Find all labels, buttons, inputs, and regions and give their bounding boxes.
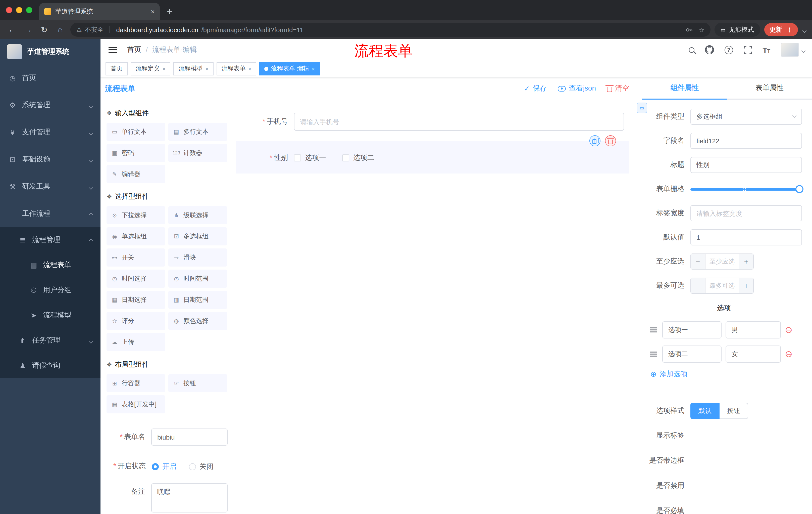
sidebar-item-task-mgmt[interactable]: ⋔ 任务管理 xyxy=(0,328,100,353)
palette-item-date-picker[interactable]: ▦ 日期选择 xyxy=(107,291,165,309)
toolbar-overflow-icon[interactable] xyxy=(803,26,806,34)
palette-item-row-container[interactable]: ⊞ 行容器 xyxy=(107,374,165,392)
fullscreen-icon[interactable] xyxy=(744,46,752,54)
slider-handle[interactable] xyxy=(795,185,804,193)
palette-item-button[interactable]: ☞ 按钮 xyxy=(168,374,227,392)
remove-option-icon[interactable]: ⊖ xyxy=(785,350,792,359)
default-value-input[interactable] xyxy=(690,229,802,245)
checkbox-icon[interactable] xyxy=(294,154,301,161)
tag-process-definition[interactable]: 流程定义 × xyxy=(130,62,171,75)
browser-tab[interactable]: 芋道管理系统 × xyxy=(39,3,160,20)
search-icon[interactable] xyxy=(689,47,694,53)
security-label[interactable]: 不安全 xyxy=(85,25,104,34)
sidebar-item-process-form[interactable]: ▤ 流程表单 xyxy=(0,252,100,278)
canvas-field-gender-selected[interactable]: *性别 选项一 选项二 xyxy=(236,141,629,173)
clear-button[interactable]: 清空 xyxy=(607,84,629,93)
drag-handle-icon[interactable] xyxy=(650,354,657,355)
bookmark-star-icon[interactable]: ☆ xyxy=(699,26,704,33)
avatar[interactable] xyxy=(781,43,799,57)
sidebar-item-infra[interactable]: ⊡ 基础设施 xyxy=(0,146,100,173)
option-label-input[interactable] xyxy=(662,321,722,339)
github-icon[interactable] xyxy=(705,45,714,54)
style-default-button[interactable]: 默认 xyxy=(690,403,720,419)
remove-option-icon[interactable]: ⊖ xyxy=(785,325,792,334)
grid-slider[interactable] xyxy=(690,181,802,197)
palette-item-time-picker[interactable]: ◷ 时间选择 xyxy=(107,270,165,288)
palette-item-time-range[interactable]: ◴ 时间范围 xyxy=(168,270,227,288)
sidebar-item-home[interactable]: ◷ 首页 xyxy=(0,64,100,91)
font-size-icon[interactable]: TT xyxy=(762,46,770,54)
gender-checkbox-option1[interactable]: 选项一 xyxy=(294,154,326,162)
palette-item-single-text[interactable]: ▭ 单行文本 xyxy=(107,123,165,141)
status-radio-on[interactable]: 开启 xyxy=(152,462,176,471)
palette-item-slider[interactable]: ⊸ 滑块 xyxy=(168,248,227,267)
palette-item-rate[interactable]: ☆ 评分 xyxy=(107,312,165,330)
field-name-input[interactable] xyxy=(690,133,802,149)
palette-item-counter[interactable]: 123 计数器 xyxy=(168,144,227,162)
option-value-input[interactable] xyxy=(726,346,781,362)
maximize-window-button[interactable] xyxy=(26,7,32,13)
palette-item-date-range[interactable]: ▥ 日期范围 xyxy=(168,291,227,309)
browser-menu-icon[interactable]: ⋮ xyxy=(786,26,792,33)
minimize-window-button[interactable] xyxy=(16,7,22,13)
tag-process-form[interactable]: 流程表单 × xyxy=(216,62,257,75)
sidebar-item-system[interactable]: ⚙ 系统管理 xyxy=(0,91,100,119)
option-label-input[interactable] xyxy=(662,346,722,362)
min-select-value[interactable]: 至少应选 xyxy=(705,254,738,269)
tag-home[interactable]: 首页 xyxy=(106,62,127,75)
drag-handle-icon[interactable] xyxy=(650,329,657,330)
back-icon[interactable]: ← xyxy=(6,25,18,34)
palette-item-password[interactable]: ▣ 密码 xyxy=(107,144,165,162)
tag-close-icon[interactable]: × xyxy=(248,65,252,72)
palette-item-select[interactable]: ⊙ 下拉选择 xyxy=(107,206,165,224)
option-value-input[interactable] xyxy=(726,321,781,339)
add-option-button[interactable]: ⊕ 添加选项 xyxy=(650,370,802,379)
gender-checkbox-option2[interactable]: 选项二 xyxy=(342,154,374,162)
max-select-value[interactable]: 最多可选 xyxy=(705,278,738,293)
sidebar-item-process-mgmt[interactable]: ≣ 流程管理 xyxy=(0,227,100,252)
sidebar-item-user-groups[interactable]: ⚇ 用户分组 xyxy=(0,278,100,303)
sidebar-item-payment[interactable]: ¥ 支付管理 xyxy=(0,119,100,146)
form-name-input[interactable] xyxy=(151,429,228,445)
canvas-field-phone[interactable]: *手机号 xyxy=(231,113,642,131)
tab-close-icon[interactable]: × xyxy=(151,7,155,16)
palette-item-checkbox-group[interactable]: ☑ 多选框组 xyxy=(168,227,227,245)
component-type-select[interactable] xyxy=(690,109,802,125)
status-radio-off[interactable]: 关闭 xyxy=(189,462,213,471)
sidebar-collapse-icon[interactable] xyxy=(109,49,117,50)
forward-icon[interactable]: → xyxy=(22,25,34,34)
component-type-value[interactable] xyxy=(690,109,802,125)
home-icon[interactable]: ⌂ xyxy=(54,25,66,34)
tag-close-icon[interactable]: × xyxy=(205,65,208,72)
label-width-input[interactable] xyxy=(690,205,802,221)
palette-item-table[interactable]: ▦ 表格[开发中] xyxy=(107,395,165,413)
palette-item-cascader[interactable]: ⋔ 级联选择 xyxy=(168,206,227,224)
form-remark-textarea[interactable]: 嘿嘿 xyxy=(151,483,228,513)
new-tab-button[interactable]: + xyxy=(167,6,172,17)
close-window-button[interactable] xyxy=(6,7,12,13)
view-json-button[interactable]: 查看json xyxy=(558,84,596,93)
palette-item-editor[interactable]: ✎ 编辑器 xyxy=(107,165,165,183)
tag-process-form-edit[interactable]: 流程表单-编辑 × xyxy=(260,62,320,75)
tag-close-icon[interactable]: × xyxy=(312,65,315,72)
phone-input[interactable] xyxy=(294,113,624,131)
increment-button[interactable]: + xyxy=(738,278,753,293)
palette-item-switch[interactable]: ⊶ 开关 xyxy=(107,248,165,267)
reload-icon[interactable]: ↻ xyxy=(38,25,50,34)
sidebar-item-devtools[interactable]: ⚒ 研发工具 xyxy=(0,173,100,200)
address-bar[interactable]: ⚠ 不安全 dashboard.yudao.iocoder.cn /bpm/ma… xyxy=(70,23,710,37)
link-anchor-icon[interactable]: ∞ xyxy=(637,103,647,113)
sidebar-item-leave-query[interactable]: ♟ 请假查询 xyxy=(0,353,100,378)
sidebar-item-process-model[interactable]: ➤ 流程模型 xyxy=(0,303,100,328)
user-avatar-menu[interactable] xyxy=(781,43,805,57)
tab-form-props[interactable]: 表单属性 xyxy=(727,77,812,99)
save-button[interactable]: ✓ 保存 xyxy=(524,84,547,93)
palette-item-upload[interactable]: ☁ 上传 xyxy=(107,333,165,351)
palette-item-color-picker[interactable]: ◍ 颜色选择 xyxy=(168,312,227,330)
breadcrumb-home[interactable]: 首页 xyxy=(127,45,141,54)
tab-component-props[interactable]: 组件属性 xyxy=(642,77,727,99)
tag-close-icon[interactable]: × xyxy=(162,65,166,72)
password-key-icon[interactable] xyxy=(685,26,693,33)
browser-update-button[interactable]: 更新 ⋮ xyxy=(764,23,798,36)
checkbox-icon[interactable] xyxy=(342,154,349,161)
